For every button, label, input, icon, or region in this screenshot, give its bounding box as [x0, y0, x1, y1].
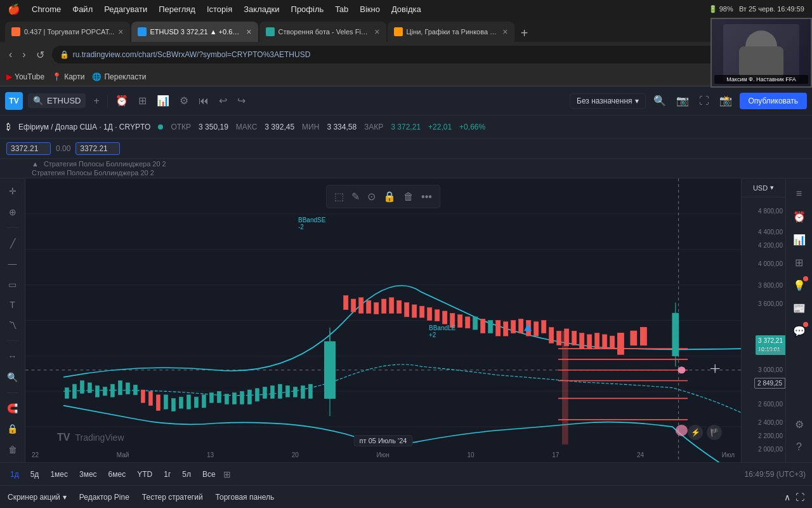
- layers-icon[interactable]: ⊞: [789, 252, 809, 272]
- tab-2[interactable]: Створення бота - Veles Finan... ×: [259, 22, 386, 42]
- tab-0[interactable]: 0.437 | Торгувати POPCAT... ×: [5, 22, 130, 42]
- ideas-icon[interactable]: 💡: [789, 275, 809, 295]
- crosshair-tool[interactable]: ⊕: [3, 204, 22, 219]
- measure-tool[interactable]: ↔: [3, 349, 22, 364]
- screenshot-icon[interactable]: 📸: [717, 92, 735, 109]
- period-1m[interactable]: 1мес: [46, 469, 72, 480]
- lock-tool[interactable]: 🔒: [3, 421, 22, 436]
- trading-panel-tab[interactable]: Торговая панель: [216, 493, 275, 502]
- menu-history[interactable]: Історія: [207, 4, 232, 14]
- period-5y[interactable]: 5л: [178, 469, 195, 480]
- compare-icon[interactable]: ⊞: [136, 92, 149, 109]
- x-axis: 22 Май 13 20 Июн 10 17 24 Июл: [25, 447, 741, 462]
- period-1d[interactable]: 1д: [6, 469, 23, 480]
- templates-icon[interactable]: ⚙: [177, 92, 191, 109]
- compare-periods-icon[interactable]: ⊞: [223, 469, 231, 479]
- flag-icon[interactable]: 🏴: [707, 425, 722, 440]
- bookmark-translate[interactable]: 🌐 Перекласти: [92, 72, 146, 81]
- tab-close-3[interactable]: ×: [502, 27, 508, 37]
- flash-icon[interactable]: ⚡: [688, 425, 703, 440]
- screener-button[interactable]: Скринер акций ▾: [8, 493, 67, 502]
- news-icon[interactable]: 📰: [789, 298, 809, 318]
- full-symbol-name: Ефіриум / Долар США · 1Д · CRYPTO: [18, 123, 150, 131]
- fibonacci-tool[interactable]: 〽: [3, 318, 22, 333]
- toolbar-separator-3: [6, 392, 19, 393]
- zoom-tool[interactable]: 🔍: [3, 370, 22, 385]
- refresh-button[interactable]: ↺: [34, 46, 47, 64]
- expand-panel-icon[interactable]: ⛶: [796, 492, 804, 502]
- watchlist-icon[interactable]: ≡: [789, 184, 809, 204]
- tab-1[interactable]: ETHUSD 3 372,21 ▲ +0.66% Е... ×: [131, 22, 258, 42]
- undo-icon[interactable]: ↩: [216, 92, 230, 109]
- forward-button[interactable]: ›: [20, 46, 28, 63]
- period-1y[interactable]: 1г: [160, 469, 174, 480]
- period-6m[interactable]: 6мес: [105, 469, 130, 480]
- fullscreen-icon[interactable]: ⛶: [697, 93, 712, 109]
- lock-dt-icon[interactable]: 🔒: [381, 188, 398, 205]
- video-name-label: Максим Ф. Наставник FFA: [714, 75, 808, 84]
- menu-file[interactable]: Файл: [72, 4, 93, 14]
- indicators-icon[interactable]: 📊: [154, 92, 172, 109]
- chart-canvas[interactable]: ⬚ ✎ ⊙ 🔒 🗑 •••: [25, 178, 741, 462]
- tab-3[interactable]: Ціни, Графіки та Ринкова Кап... ×: [388, 22, 514, 42]
- chat-icon[interactable]: 💬: [789, 321, 809, 341]
- search-chart-icon[interactable]: 🔍: [651, 92, 669, 109]
- magnet-tool[interactable]: 🧲: [3, 401, 22, 416]
- color-dt-icon[interactable]: ⊙: [365, 188, 378, 205]
- price-input-1[interactable]: [6, 142, 51, 155]
- back-button[interactable]: ‹: [6, 46, 15, 63]
- chart-name-button[interactable]: Без назначення ▾: [570, 93, 646, 109]
- menu-profile[interactable]: Профіль: [291, 4, 324, 14]
- strategy-tester-tab[interactable]: Тестер стратегий: [142, 493, 203, 502]
- alerts-icon[interactable]: ⏰: [789, 206, 809, 227]
- period-ytd[interactable]: YTD: [133, 469, 156, 480]
- tab-close-0[interactable]: ×: [118, 27, 123, 37]
- menu-view[interactable]: Перегляд: [159, 4, 195, 14]
- menu-edit[interactable]: Редагувати: [104, 4, 147, 14]
- period-3m[interactable]: 3мес: [75, 469, 101, 480]
- indicators-panel-icon[interactable]: 📊: [789, 229, 809, 250]
- url-input[interactable]: 🔒 ru.tradingview.com/chart/ScBWrxAW/?sym…: [52, 46, 747, 64]
- publish-button[interactable]: Опубликовать: [740, 93, 807, 109]
- bookmark-youtube[interactable]: ▶ YouTube: [6, 72, 44, 81]
- rectangle-tool[interactable]: ▭: [3, 276, 22, 291]
- redo-icon[interactable]: ↪: [235, 92, 248, 109]
- symbol-search[interactable]: 🔍 ETHUSD: [28, 93, 86, 108]
- text-tool[interactable]: T: [3, 297, 22, 312]
- cursor-price-tag: 2 849,25: [754, 378, 785, 389]
- horizontal-line-tool[interactable]: —: [3, 256, 22, 271]
- help-icon[interactable]: ?: [789, 437, 809, 457]
- tab-close-1[interactable]: ×: [246, 27, 251, 37]
- cursor-tool[interactable]: ✛: [3, 184, 22, 199]
- replay-icon[interactable]: ⏮: [196, 93, 211, 109]
- trash-tool[interactable]: 🗑: [3, 442, 22, 457]
- x-label-20: 20: [292, 451, 299, 458]
- camera-icon[interactable]: 📷: [674, 92, 691, 109]
- add-indicator-button[interactable]: +: [91, 93, 102, 109]
- apple-menu[interactable]: 🍎: [8, 3, 20, 15]
- alert-icon[interactable]: ⏰: [113, 92, 131, 109]
- menu-tab[interactable]: Tab: [335, 4, 348, 14]
- tab-close-2[interactable]: ×: [374, 27, 379, 37]
- expand-icon[interactable]: ▲: [32, 160, 39, 168]
- settings-icon[interactable]: ⚙: [789, 414, 809, 434]
- menu-window[interactable]: Вікно: [360, 4, 380, 14]
- tab-favicon-3: [394, 27, 403, 36]
- new-tab-button[interactable]: +: [516, 24, 534, 42]
- collapse-panel-icon[interactable]: ∧: [784, 492, 790, 502]
- price-input-2[interactable]: [75, 142, 120, 155]
- delete-dt-icon[interactable]: 🗑: [401, 189, 416, 205]
- menu-bookmarks[interactable]: Закладки: [244, 4, 279, 14]
- bookmark-maps[interactable]: 📍 Карти: [52, 72, 84, 81]
- chart-bottom-icons: ⚡ 🏴: [688, 425, 722, 440]
- period-5d[interactable]: 5д: [27, 469, 43, 480]
- more-dt-icon[interactable]: •••: [419, 189, 435, 205]
- menu-chrome[interactable]: Chrome: [32, 4, 61, 14]
- pine-editor-tab[interactable]: Редактор Pine: [79, 493, 129, 502]
- trend-line-tool[interactable]: ╱: [3, 236, 22, 251]
- period-all[interactable]: Все: [199, 469, 219, 480]
- menu-help[interactable]: Довідка: [391, 4, 421, 14]
- currency-selector[interactable]: USD ▾: [742, 178, 785, 197]
- magnet-dt-icon[interactable]: ✎: [349, 188, 362, 205]
- pointer-tool[interactable]: ⬚: [332, 188, 346, 205]
